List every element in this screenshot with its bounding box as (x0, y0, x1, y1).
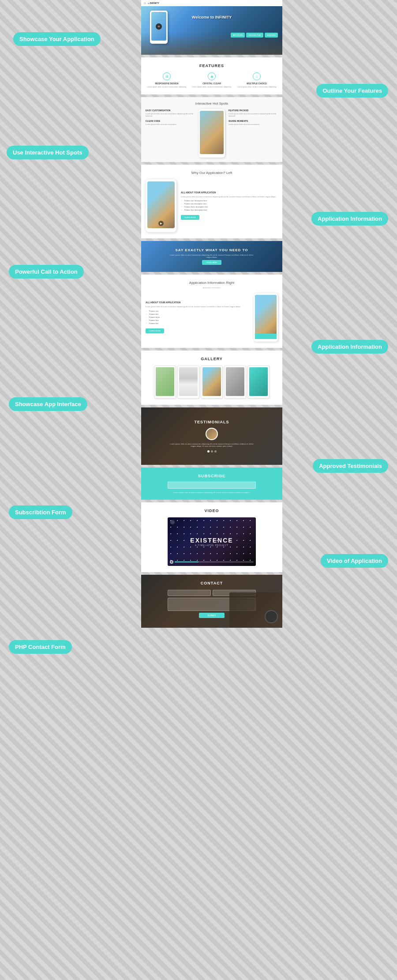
appinfo2-sub2: ALL ABOUT YOUR APPLICATION (146, 301, 249, 304)
appinfo2-check-5: Feature five (146, 322, 249, 324)
feature-label-1: RESPONSIVE DESIGN (146, 82, 188, 85)
hero-section: ∞ INFINITY Welcome to INFINITY APP STORE… (141, 0, 282, 55)
cta-title: SAY EXACTLY WHAT YOU NEED TO (176, 248, 248, 252)
testimonials-dot-2[interactable] (211, 450, 213, 452)
appinfo2-checklist: Feature one Feature two Feature three Fe… (146, 310, 249, 324)
appinfo2-phone-screen (255, 295, 277, 339)
appinfo-check-2: Feature two description here (181, 203, 278, 205)
gallery-item-3 (201, 366, 223, 399)
subscribe-desc: Lorem ipsum dolor sit amet consectetur a… (173, 491, 250, 494)
label-showcase-interface: Showcase App Interface (9, 397, 87, 411)
feature-icon-3: ☺ (253, 72, 261, 80)
appinfo-title: Why Our Application? Left (146, 171, 278, 175)
subscribe-email-input[interactable] (168, 482, 256, 489)
cta-desc: Lorem ipsum dolor sit amet consectetur a… (168, 254, 256, 258)
contact-name-input[interactable] (168, 590, 211, 596)
gallery-img-5 (249, 367, 268, 396)
appinfo2-title: Application Information Right (146, 281, 278, 285)
hotspot-desc-2: Lorem ipsum dolor sit amet consectetur (146, 123, 195, 125)
hotspots-left-col: EASY CUSTOMISATION Lorem ipsum dolor sit… (146, 109, 195, 158)
hero-btn-2[interactable]: GOOGLE PLAY (246, 33, 263, 38)
feature-icon-2: ◉ (208, 72, 216, 80)
video-existence-subtitle: A TIMELAPSE PROJECT (190, 544, 233, 547)
appinfo-check-1: Feature one description here (181, 200, 278, 202)
hotspot-desc-1: Lorem ipsum dolor sit amet consectetur a… (146, 113, 195, 117)
hero-btn-3[interactable]: WINDOWS (265, 33, 278, 38)
gallery-item-1 (154, 366, 176, 399)
hotspots-phone (198, 109, 225, 158)
testimonials-avatar (206, 428, 218, 440)
appinfo-subtitle: ALL ABOUT YOUR APPLICATION (181, 191, 278, 194)
label-php-contact: PHP Contact Form (9, 640, 72, 654)
gallery-grid (146, 366, 278, 399)
video-existence-title: EXISTENCE (190, 537, 233, 544)
appinfo2-check-3: Feature three (146, 316, 249, 318)
appinfo2-desc: Lorem ipsum dolor sit amet consectetur a… (146, 305, 249, 308)
cta-button[interactable]: CLICK HERE (202, 260, 221, 265)
subscribe-title: SUBSCRIBE (198, 474, 225, 478)
contact-watch-decoration (265, 610, 278, 623)
hotspot-item-3: FEATURE PACKED Lorem ipsum dolor sit ame… (228, 109, 278, 117)
hotspot-title-3: FEATURE PACKED (228, 109, 278, 112)
testimonials-dot-3[interactable] (214, 450, 217, 452)
contact-section: CONTACT SUBMIT (141, 575, 282, 628)
features-grid: ⊞ RESPONSIVE DESIGN Lorem ipsum dolor si… (146, 72, 278, 88)
appinfo2-layout: ALL ABOUT YOUR APPLICATION Lorem ipsum d… (146, 293, 278, 342)
gallery-item-2 (177, 366, 199, 399)
hotspot-desc-4: Lorem ipsum dolor sit amet consectetur (228, 123, 278, 125)
hotspots-layout: EASY CUSTOMISATION Lorem ipsum dolor sit… (146, 109, 278, 158)
appinfo-play-btn[interactable]: ▶ (158, 221, 164, 226)
hero-cta-buttons: APP STORE GOOGLE PLAY WINDOWS (231, 33, 278, 38)
video-title: VIDEO (146, 509, 278, 513)
hotspot-title-2: CLEAN CODE (146, 120, 195, 122)
feature-item-3: ☺ MULTIPLE CHOICE Lorem ipsum dolor sit … (236, 72, 278, 88)
appinfo2-green-bar (255, 334, 277, 339)
feature-icon-1: ⊞ (163, 72, 171, 80)
testimonials-quote: Lorem ipsum dolor sit amet consectetur a… (168, 443, 256, 448)
gallery-img-4 (226, 367, 244, 396)
testimonials-section: TESTIMONIALS Lorem ipsum dolor sit amet … (141, 407, 282, 465)
gallery-title: GALLERY (146, 357, 278, 361)
appinfo-learn-more-btn[interactable]: LEARN MORE (181, 215, 199, 220)
contact-submit-btn[interactable]: SUBMIT (199, 613, 225, 618)
hero-btn-1[interactable]: APP STORE (231, 33, 245, 38)
hero-navbar: ∞ INFINITY (141, 0, 282, 6)
main-content-column: ∞ INFINITY Welcome to INFINITY APP STORE… (141, 0, 282, 628)
video-controls: ▶ (170, 560, 254, 564)
feature-desc-3: Lorem ipsum dolor sit amet consectetur a… (236, 86, 278, 88)
appinfo-desc: Lorem ipsum dolor sit amet consectetur a… (181, 196, 278, 198)
appinfo-layout: ▶ ALL ABOUT YOUR APPLICATION Lorem ipsum… (146, 179, 278, 232)
label-approved-testimonials: Approved Testimonials (313, 459, 388, 473)
subscribe-section: SUBSCRIBE Lorem ipsum dolor sit amet con… (141, 467, 282, 500)
feature-desc-2: Lorem ipsum dolor sit amet consectetur a… (191, 86, 233, 88)
video-section: VIDEO EXISTENCE A TIMELAPSE PROJECT ▶ (141, 502, 282, 572)
hotspot-title-4: SHARE MOMENTS (228, 120, 278, 122)
label-showcase-app: Showcase Your Application (13, 32, 101, 46)
appinfo-phone: ▶ (146, 179, 176, 232)
label-cta: Powerful Call to Action (9, 265, 84, 279)
video-text-overlay: EXISTENCE A TIMELAPSE PROJECT (190, 537, 233, 547)
appinfo-check-4: Feature four description here (181, 209, 278, 211)
label-subscription-form: Subscribtion Form (9, 505, 72, 519)
appinfo-right-section: Application Information Right Applicatio… (141, 275, 282, 348)
testimonials-dot-1[interactable] (207, 450, 210, 452)
appinfo-phone-screen: ▶ (147, 181, 175, 228)
hotspot-title-1: EASY CUSTOMISATION (146, 109, 195, 112)
page-wrapper: Showcase Your Application Outline Your F… (0, 0, 397, 628)
appinfo-checklist: Feature one description here Feature two… (181, 200, 278, 211)
hero-infinity-icon (156, 23, 162, 30)
testimonials-dots (207, 450, 217, 452)
feature-desc-1: Lorem ipsum dolor sit amet consectetur a… (146, 86, 188, 88)
label-hotspots: Use Interactive Hot Spots (7, 146, 89, 159)
gallery-img-3 (202, 367, 221, 396)
label-app-info2: Application Information (311, 340, 388, 354)
gallery-img-2 (179, 367, 198, 396)
video-play-btn[interactable]: ▶ (170, 560, 173, 564)
label-video-app: Video of Application (321, 554, 388, 568)
hotspots-phone-screen (200, 111, 224, 154)
gallery-item-4 (224, 366, 246, 399)
hotspot-desc-3: Lorem ipsum dolor sit amet consectetur a… (228, 113, 278, 117)
video-thumbnail[interactable]: EXISTENCE A TIMELAPSE PROJECT ▶ (168, 517, 256, 566)
appinfo2-learn-more-btn[interactable]: LEARN MORE (146, 328, 164, 333)
appinfo-text: ALL ABOUT YOUR APPLICATION Lorem ipsum d… (181, 191, 278, 220)
